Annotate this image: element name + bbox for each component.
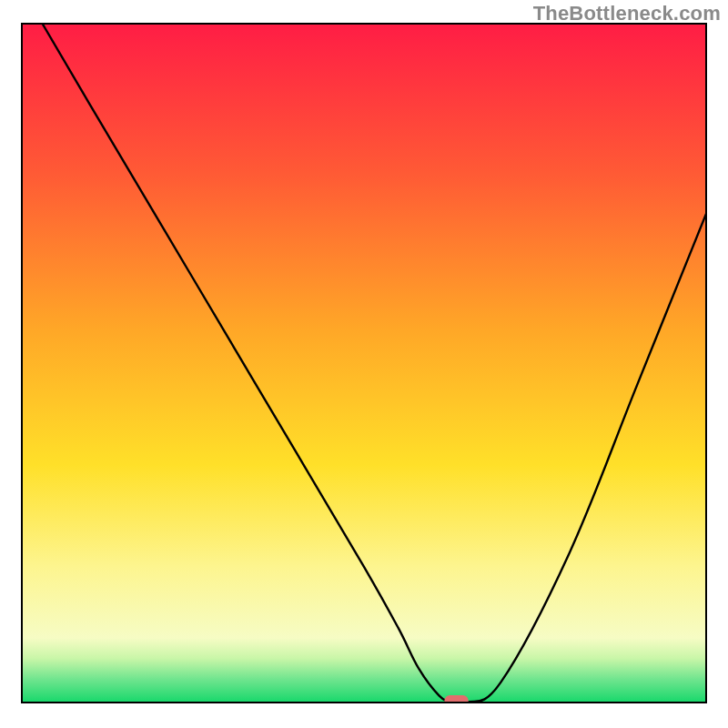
chart-container: TheBottleneck.com	[0, 0, 728, 728]
plot-area	[22, 24, 706, 706]
bottleneck-chart	[0, 0, 728, 728]
gradient-background	[22, 24, 706, 703]
current-position-marker	[444, 695, 468, 706]
